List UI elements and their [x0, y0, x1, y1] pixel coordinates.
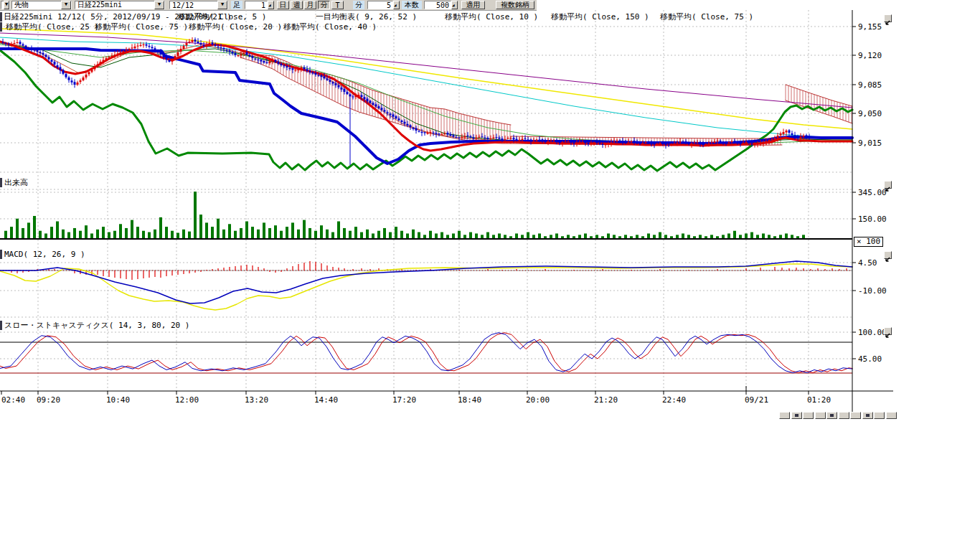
candle-down	[484, 138, 486, 138]
candle-down	[347, 92, 349, 94]
candle-down	[329, 80, 331, 82]
volume-bar	[67, 232, 70, 239]
legend-item: 移動平均( Close, 40 )	[283, 22, 377, 32]
candle-up	[553, 141, 555, 141]
volume-bar	[326, 230, 329, 239]
candle-down	[57, 65, 59, 67]
candle-down	[367, 98, 369, 101]
chart-application-window: { "toolbar": { "window_selector_icon": "…	[0, 0, 980, 551]
volume-bar	[498, 233, 501, 239]
candle-down	[619, 141, 621, 142]
volume-bar	[354, 227, 357, 239]
mini-toolbar-button[interactable]	[839, 412, 849, 419]
candle-down	[699, 143, 702, 143]
panel-collapse-arrow-button[interactable]	[884, 327, 892, 335]
candle-up	[757, 143, 759, 144]
panel-collapse-arrow-button[interactable]	[884, 14, 892, 22]
panel-collapse-arrow-button[interactable]	[884, 181, 892, 189]
candle-down	[5, 43, 7, 44]
price-axis-label: 9,120	[858, 51, 882, 60]
ma-20-line	[0, 43, 852, 144]
candle-up	[17, 42, 19, 43]
mini-toolbar-button[interactable]	[779, 412, 790, 419]
candle-down	[292, 68, 294, 70]
candle-down	[473, 137, 475, 138]
volume-bar	[412, 230, 415, 239]
candle-up	[192, 40, 194, 42]
ma-75-line	[0, 33, 852, 108]
candle-down	[456, 137, 458, 138]
candle-down	[556, 141, 558, 141]
candle-down	[421, 132, 423, 133]
candle-down	[524, 138, 527, 139]
candle-up	[705, 144, 707, 145]
volume-bar	[383, 228, 386, 239]
candle-down	[737, 143, 739, 143]
candle-down	[401, 121, 403, 122]
candle-up	[691, 143, 693, 145]
candle-down	[34, 50, 36, 50]
candle-down	[668, 145, 670, 146]
candle-down	[160, 52, 162, 55]
candle-up	[91, 70, 93, 72]
candle-down	[665, 143, 667, 145]
candle-up	[77, 83, 79, 85]
candle-down	[622, 141, 624, 143]
volume-bar	[205, 222, 208, 239]
mini-toolbar-button[interactable]	[815, 412, 826, 419]
volume-bar	[538, 233, 541, 239]
volume-bar	[303, 220, 306, 239]
volume-bar	[131, 220, 133, 239]
volume-bar	[33, 216, 36, 239]
candle-down	[725, 143, 727, 143]
candle-up	[611, 142, 613, 143]
candle-up	[94, 67, 96, 69]
time-axis-label: 12:00	[175, 395, 199, 405]
mini-toolbar-button[interactable]	[886, 412, 897, 419]
candle-down	[169, 60, 171, 62]
candle-down	[332, 82, 334, 83]
candle-up	[444, 133, 446, 134]
chart-canvas[interactable]	[0, 0, 904, 423]
candle-down	[450, 134, 452, 136]
candle-down	[8, 44, 10, 44]
volume-bar	[377, 231, 380, 239]
legend-item: 一目均衡表( 9, 26, 52 )	[316, 12, 417, 22]
volume-bar	[343, 228, 346, 239]
candle-down	[212, 42, 214, 44]
candle-down	[318, 75, 320, 76]
mini-toolbar-button[interactable]	[862, 412, 873, 419]
volume-bar	[268, 228, 271, 239]
volume-bar	[85, 225, 88, 239]
candle-down	[806, 135, 808, 137]
candle-up	[783, 132, 785, 134]
volume-bar	[349, 231, 352, 239]
candle-up	[674, 143, 676, 144]
volume-bar	[62, 230, 65, 239]
candle-down	[51, 60, 53, 62]
candle-down	[200, 43, 202, 44]
time-axis-label: 13:20	[245, 395, 268, 405]
mini-toolbar-button[interactable]	[826, 412, 837, 419]
candle-down	[384, 110, 386, 111]
volume-axis-label: 345.00	[858, 188, 887, 197]
candle-down	[249, 55, 251, 57]
time-axis-label: 17:20	[392, 395, 416, 405]
volume-bar	[360, 232, 363, 239]
mini-toolbar-button[interactable]	[850, 412, 861, 419]
candle-down	[312, 72, 314, 74]
candle-down	[433, 133, 435, 133]
candle-down	[496, 137, 498, 138]
mini-toolbar-button[interactable]	[791, 412, 802, 419]
candle-down	[163, 55, 165, 57]
candle-down	[344, 89, 346, 92]
volume-bar	[228, 224, 231, 239]
candle-up	[243, 53, 245, 54]
mini-toolbar-button[interactable]	[874, 412, 885, 419]
panel-collapse-arrow-button[interactable]	[884, 251, 892, 259]
time-axis-label: 10:40	[106, 395, 130, 405]
candle-down	[278, 62, 280, 64]
volume-bar	[745, 233, 748, 239]
time-axis-label: 02:40	[1, 395, 25, 405]
mini-toolbar-button[interactable]	[803, 412, 814, 419]
